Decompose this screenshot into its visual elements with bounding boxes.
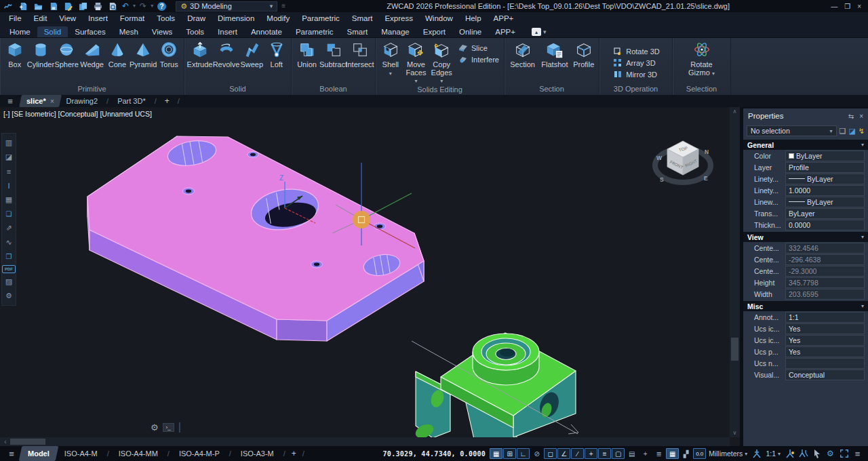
move-faces-button[interactable]: Move Faces ▾	[404, 41, 429, 85]
tab-mesh[interactable]: Mesh	[113, 26, 145, 37]
redo-button[interactable]: ↷	[140, 2, 146, 10]
object-snap-toggle[interactable]: ◻	[544, 448, 557, 459]
snap-mode-toggle[interactable]: ⊞	[503, 448, 516, 459]
menu-app-plus[interactable]: APP+	[488, 14, 520, 22]
quick-properties-toggle[interactable]: ▤	[625, 448, 638, 459]
prop-row-thickness[interactable]: Thickn... 0.0000	[743, 219, 868, 230]
prop-row-ucs-icon-on[interactable]: Ucs ic... Yes	[743, 323, 868, 334]
union-button[interactable]: Union	[294, 41, 319, 69]
intersect-button[interactable]: Intersect	[347, 41, 372, 69]
slice-button[interactable]: Slice	[458, 43, 499, 52]
annotation-monitor-toggle[interactable]: +	[639, 448, 652, 459]
rotate-3d-button[interactable]: Rotate 3D	[613, 47, 660, 56]
horizontal-scroll-thumb[interactable]	[10, 439, 45, 445]
torus-button[interactable]: Torus	[157, 41, 181, 69]
tab-parametric[interactable]: Parametric	[289, 26, 340, 37]
open-file-button[interactable]	[33, 1, 43, 11]
layout-tab-iso-a4-m[interactable]: ISO-A4-M	[57, 446, 105, 461]
prop-row-visual-style[interactable]: Visual... Conceptual	[743, 369, 868, 380]
restore-button[interactable]: ❐	[844, 3, 850, 10]
prop-row-ucs-name[interactable]: Ucs n...	[743, 357, 868, 369]
revolve-button[interactable]: Revolve	[214, 41, 239, 69]
flatshot-button[interactable]: Flatshot	[539, 41, 570, 69]
palette-settings-icon[interactable]: ⚙	[2, 289, 16, 303]
panel-autohide-icon[interactable]: ⇆	[848, 113, 854, 120]
menu-smart[interactable]: Smart	[346, 14, 379, 22]
ribbon-collapse-dropdown-icon[interactable]: ▾	[543, 28, 547, 35]
array-3d-button[interactable]: Array 3D	[613, 58, 660, 67]
drawing-viewport[interactable]: [-] [SE Isometric] [Conceptual] [Unnamed…	[0, 107, 740, 446]
polar-tracking-toggle[interactable]: ⊘	[530, 448, 543, 459]
horizontal-scrollbar[interactable]: ‹	[0, 437, 730, 446]
tab-home[interactable]: Home	[3, 26, 37, 37]
windows-icon[interactable]: ❐	[2, 249, 16, 264]
menu-express[interactable]: Express	[378, 14, 419, 22]
prop-row-lineweight[interactable]: Linew... ByLayer	[743, 196, 868, 207]
prop-row-annotation-scale[interactable]: Annot... 1:1	[743, 311, 868, 323]
menu-parametric[interactable]: Parametric	[296, 14, 346, 22]
layout-tab-iso-a3-m[interactable]: ISO-A3-M	[233, 446, 281, 461]
linetype-display-toggle[interactable]: ≡	[598, 448, 611, 459]
layout-tab-model[interactable]: Model	[19, 446, 58, 461]
prop-row-center-x[interactable]: Cente... 332.4546	[743, 242, 868, 254]
profile-button[interactable]: Profile	[572, 41, 596, 69]
section-button[interactable]: Section	[507, 41, 538, 69]
menu-modify[interactable]: Modify	[260, 14, 296, 22]
menu-format[interactable]: Format	[114, 14, 151, 22]
save-button[interactable]	[47, 1, 58, 11]
doc-tab-close-icon[interactable]: ×	[50, 98, 54, 105]
tab-solid[interactable]: Solid	[37, 26, 68, 37]
toggle-pickadd-icon[interactable]: ❏	[840, 127, 846, 136]
ortho-mode-toggle[interactable]: ∟	[517, 448, 530, 459]
prop-row-linetype-scale[interactable]: Linety... 1.0000	[743, 184, 868, 196]
menu-edit[interactable]: Edit	[28, 14, 54, 22]
doc-tab-slice[interactable]: slice* ×	[19, 95, 61, 107]
menu-insert[interactable]: Insert	[82, 14, 114, 22]
preview-button[interactable]	[107, 1, 118, 11]
copy-edges-button[interactable]: Copy Edges ▾	[429, 41, 454, 85]
new-layout-button[interactable]: +	[288, 449, 300, 458]
vertical-scrollbar[interactable]: ∧ ∨	[730, 107, 740, 437]
copy-button[interactable]	[77, 1, 88, 11]
properties-list-icon[interactable]: ≡	[2, 164, 16, 178]
magenta-plate-model[interactable]	[87, 136, 424, 341]
menu-file[interactable]: File	[3, 14, 28, 22]
selection-marker[interactable]	[353, 211, 370, 228]
mirror-3d-button[interactable]: Mirror 3D	[613, 70, 660, 79]
doc-tabs-menu-icon[interactable]: ≡	[0, 96, 20, 106]
grid-display-toggle[interactable]: ▦	[490, 448, 502, 459]
tab-online[interactable]: Online	[452, 26, 488, 37]
menu-dimension[interactable]: Dimension	[212, 14, 260, 22]
tab-views[interactable]: Views	[145, 26, 179, 37]
tab-smart[interactable]: Smart	[340, 26, 375, 37]
pdf-icon[interactable]: PDF	[2, 265, 16, 273]
command-prompt-icon[interactable]: ›_	[163, 423, 174, 432]
workspace-switcher[interactable]: ⚙ 3D Modeling ▾	[176, 1, 277, 12]
new-doc-tab-button[interactable]: +	[159, 96, 175, 106]
layers-icon[interactable]: ❏	[2, 207, 16, 221]
redo-dropdown-icon[interactable]: ▾	[151, 2, 153, 10]
cylinder-button[interactable]: Cylinder	[28, 41, 53, 69]
menu-view[interactable]: View	[53, 14, 82, 22]
wedge-button[interactable]: Wedge	[80, 41, 104, 69]
undo-dropdown-icon[interactable]: ▾	[133, 2, 136, 10]
subtract-button[interactable]: Subtract	[321, 41, 346, 69]
command-settings-icon[interactable]: ⚙	[151, 422, 159, 433]
annotation-scale-sync-icon[interactable]	[797, 448, 810, 459]
green-bracket-model[interactable]	[414, 333, 576, 437]
object-snap-tracking-toggle[interactable]: ∠	[557, 448, 570, 459]
layout-tab-iso-a4-mm[interactable]: ISO-A4-MM	[111, 446, 165, 461]
layout-tab-iso-a4-m-p[interactable]: ISO-A4-M-P	[172, 446, 227, 461]
quick-edit-icon[interactable]: ◪	[2, 150, 16, 164]
polyline-tool-icon[interactable]: ∿	[2, 235, 16, 249]
dynamic-input-toggle[interactable]: ▢	[612, 448, 625, 459]
isolate-objects-toggle[interactable]: ▞	[679, 448, 692, 459]
quick-select-icon[interactable]: ↯	[859, 127, 865, 136]
menu-tools[interactable]: Tools	[151, 14, 181, 22]
annotation-visibility-icon[interactable]	[750, 448, 763, 459]
cursor-badge-icon[interactable]	[810, 448, 823, 459]
scroll-left-icon[interactable]: ‹	[1, 437, 9, 446]
interfere-button[interactable]: Interfere	[458, 55, 499, 64]
loft-button[interactable]: Loft	[265, 41, 289, 69]
prop-row-ucs-icon-origin[interactable]: Ucs ic... Yes	[743, 334, 868, 346]
